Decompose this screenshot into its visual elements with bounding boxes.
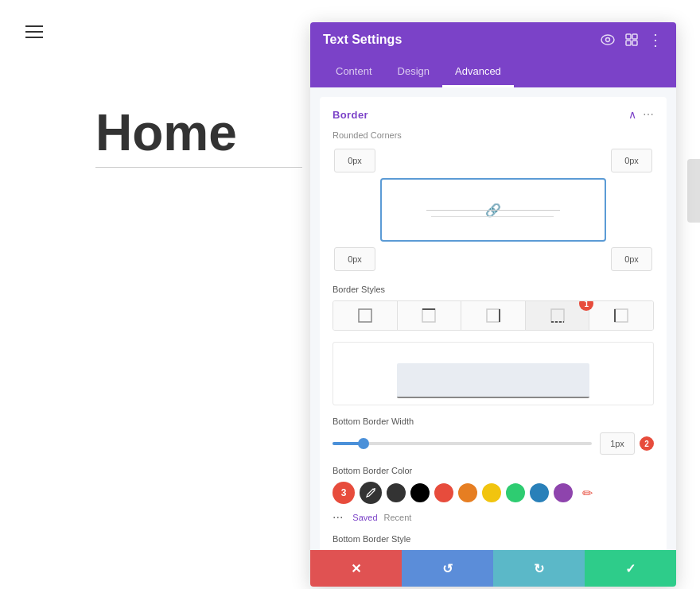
hamburger-menu[interactable] [25, 25, 43, 38]
svg-rect-5 [632, 41, 637, 45]
border-right-icon [484, 307, 502, 324]
svg-point-15 [374, 488, 375, 490]
border-width-value-wrap: 1px 2 [600, 432, 654, 455]
swatch-yellow[interactable] [482, 483, 501, 502]
border-all-icon [356, 307, 374, 324]
svg-rect-9 [487, 309, 500, 322]
bottom-border-style-label: Bottom Border Style [332, 534, 654, 544]
border-style-right[interactable] [461, 301, 526, 330]
panel-tabs: Content Design Advanced [310, 57, 676, 87]
panel-header: Text Settings ⋮ [310, 22, 676, 57]
eyedropper-button[interactable] [360, 482, 382, 504]
redo-button[interactable]: ↻ [493, 550, 585, 587]
border-width-slider-track [332, 442, 592, 445]
rounded-corners-grid: 🔗 [332, 146, 654, 273]
hamburger-line-2 [25, 31, 43, 33]
panel-title: Text Settings [323, 33, 402, 47]
layout-icon[interactable] [624, 32, 640, 48]
panel-header-icons: ⋮ [600, 32, 663, 48]
corner-top-left[interactable] [334, 149, 375, 172]
panel-body: Border ∧ ⋯ Rounded Corners 🔗 [310, 87, 676, 550]
page-title-underline [95, 167, 302, 168]
color-swatch-row: 3 ✏ [332, 482, 654, 504]
border-style-all[interactable] [333, 301, 398, 330]
svg-rect-6 [359, 309, 371, 322]
corner-center-preview: 🔗 [380, 178, 606, 242]
border-width-slider-row: 1px 2 [332, 432, 654, 455]
border-style-bottom[interactable]: 1 [526, 301, 590, 330]
page-title: Home [95, 103, 237, 162]
color-badge-3: 3 [332, 482, 355, 504]
tab-advanced[interactable]: Advanced [442, 57, 514, 87]
svg-rect-3 [632, 34, 637, 39]
text-settings-panel: Text Settings ⋮ Content Design A [310, 22, 676, 587]
border-top-icon [420, 307, 438, 324]
border-bottom-icon [549, 307, 566, 324]
svg-rect-2 [626, 34, 631, 39]
rounded-corners-label: Rounded Corners [332, 130, 654, 140]
swatch-red[interactable] [434, 483, 453, 502]
corner-line-1 [426, 210, 560, 211]
swatch-blue[interactable] [530, 483, 549, 502]
svg-rect-13 [615, 309, 628, 322]
bottom-border-color-label: Bottom Border Color [332, 466, 654, 475]
svg-point-1 [606, 38, 610, 42]
tab-design[interactable]: Design [385, 57, 442, 87]
swatch-black[interactable] [410, 483, 430, 502]
border-styles-label: Border Styles [332, 285, 654, 294]
swatch-green[interactable] [506, 483, 525, 502]
swatch-orange[interactable] [458, 483, 477, 502]
color-saved-row: ··· Saved Recent [332, 510, 654, 525]
cancel-button[interactable]: ✕ [310, 550, 402, 587]
corner-bottom-right[interactable] [611, 247, 652, 271]
border-width-slider-thumb[interactable] [358, 438, 369, 449]
panel-footer: ✕ ↺ ↻ ✓ [310, 550, 676, 587]
corner-line-2 [431, 216, 554, 217]
border-section: Border ∧ ⋯ Rounded Corners 🔗 [320, 97, 667, 550]
corner-top-right[interactable] [611, 149, 652, 172]
border-section-controls: ∧ ⋯ [628, 108, 654, 121]
border-width-badge: 2 [640, 436, 654, 451]
border-style-top[interactable] [398, 301, 462, 330]
color-pencil-icon[interactable]: ✏ [578, 483, 597, 502]
corner-bottom-left[interactable] [334, 247, 375, 271]
border-preview-inner [397, 363, 589, 398]
color-dots-button[interactable]: ··· [332, 510, 343, 525]
border-section-menu[interactable]: ⋯ [643, 108, 654, 121]
right-resize-handle[interactable] [687, 159, 700, 223]
swatch-purple[interactable] [554, 483, 573, 502]
tab-content[interactable]: Content [323, 57, 385, 87]
recent-label[interactable]: Recent [384, 513, 412, 522]
svg-rect-4 [626, 41, 631, 45]
hamburger-line-3 [25, 37, 43, 38]
svg-rect-11 [551, 309, 564, 322]
more-icon[interactable]: ⋮ [648, 32, 663, 48]
border-style-left[interactable] [589, 301, 653, 330]
border-section-title: Border [332, 109, 368, 121]
svg-point-0 [601, 35, 614, 45]
border-style-options: 1 [332, 300, 654, 331]
swatch-dark[interactable] [387, 483, 406, 502]
saved-label[interactable]: Saved [352, 513, 377, 522]
eye-icon[interactable] [600, 32, 616, 48]
border-width-value[interactable]: 1px [600, 432, 635, 455]
border-collapse-chevron[interactable]: ∧ [628, 108, 636, 121]
border-preview [332, 342, 654, 405]
svg-rect-7 [422, 309, 435, 322]
undo-button[interactable]: ↺ [402, 550, 493, 587]
bottom-border-width-label: Bottom Border Width [332, 417, 654, 426]
save-button[interactable]: ✓ [585, 550, 676, 587]
border-left-icon [612, 307, 630, 324]
border-width-slider-wrap [332, 442, 592, 445]
hamburger-line-1 [25, 25, 43, 27]
border-section-header: Border ∧ ⋯ [332, 108, 654, 121]
